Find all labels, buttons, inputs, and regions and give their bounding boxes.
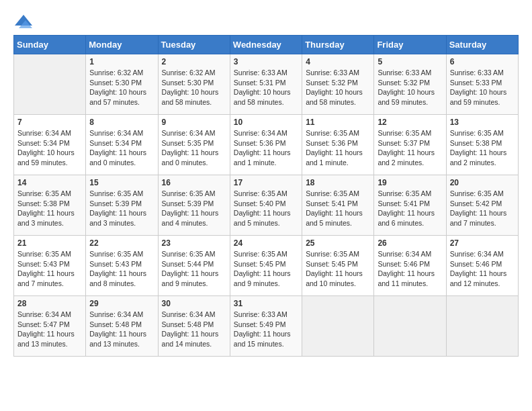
day-info: Sunrise: 6:35 AM Sunset: 5:38 PM Dayligh…	[17, 189, 82, 228]
header-tuesday: Tuesday	[158, 36, 230, 54]
day-cell: 7Sunrise: 6:34 AM Sunset: 5:34 PM Daylig…	[14, 115, 86, 175]
header-friday: Friday	[374, 36, 446, 54]
day-info: Sunrise: 6:34 AM Sunset: 5:48 PM Dayligh…	[162, 310, 226, 349]
week-row-2: 7Sunrise: 6:34 AM Sunset: 5:34 PM Daylig…	[14, 115, 519, 175]
day-cell: 11Sunrise: 6:35 AM Sunset: 5:36 PM Dayli…	[302, 115, 374, 175]
day-cell: 8Sunrise: 6:34 AM Sunset: 5:34 PM Daylig…	[86, 115, 158, 175]
day-cell: 19Sunrise: 6:35 AM Sunset: 5:41 PM Dayli…	[374, 175, 446, 236]
day-info: Sunrise: 6:34 AM Sunset: 5:34 PM Dayligh…	[89, 128, 154, 168]
day-number: 16	[162, 178, 226, 187]
day-number: 11	[306, 118, 370, 127]
day-number: 27	[450, 238, 515, 248]
day-info: Sunrise: 6:34 AM Sunset: 5:35 PM Dayligh…	[162, 128, 226, 168]
week-row-4: 21Sunrise: 6:35 AM Sunset: 5:43 PM Dayli…	[14, 236, 519, 296]
day-cell	[302, 296, 374, 357]
day-number: 13	[450, 118, 515, 127]
header-wednesday: Wednesday	[230, 36, 302, 54]
day-number: 31	[234, 299, 298, 308]
week-row-3: 14Sunrise: 6:35 AM Sunset: 5:38 PM Dayli…	[14, 175, 519, 236]
day-info: Sunrise: 6:34 AM Sunset: 5:36 PM Dayligh…	[234, 128, 298, 168]
day-cell: 2Sunrise: 6:32 AM Sunset: 5:30 PM Daylig…	[158, 54, 230, 115]
day-number: 19	[378, 178, 442, 187]
day-number: 7	[17, 118, 82, 127]
day-number: 6	[450, 57, 515, 66]
logo-icon	[13, 13, 34, 30]
day-cell: 29Sunrise: 6:34 AM Sunset: 5:48 PM Dayli…	[86, 296, 158, 357]
day-info: Sunrise: 6:35 AM Sunset: 5:42 PM Dayligh…	[450, 189, 515, 228]
day-info: Sunrise: 6:35 AM Sunset: 5:45 PM Dayligh…	[234, 249, 298, 289]
header	[13, 13, 519, 30]
day-cell: 25Sunrise: 6:35 AM Sunset: 5:45 PM Dayli…	[302, 236, 374, 296]
day-info: Sunrise: 6:35 AM Sunset: 5:45 PM Dayligh…	[306, 249, 370, 289]
day-number: 5	[378, 57, 442, 66]
day-number: 17	[234, 178, 298, 187]
calendar-header: SundayMondayTuesdayWednesdayThursdayFrid…	[14, 36, 519, 54]
day-cell: 16Sunrise: 6:35 AM Sunset: 5:39 PM Dayli…	[158, 175, 230, 236]
day-number: 30	[162, 299, 226, 308]
day-info: Sunrise: 6:33 AM Sunset: 5:32 PM Dayligh…	[306, 68, 370, 107]
day-number: 22	[89, 238, 154, 248]
day-cell: 26Sunrise: 6:34 AM Sunset: 5:46 PM Dayli…	[374, 236, 446, 296]
day-cell: 24Sunrise: 6:35 AM Sunset: 5:45 PM Dayli…	[230, 236, 302, 296]
day-cell: 4Sunrise: 6:33 AM Sunset: 5:32 PM Daylig…	[302, 54, 374, 115]
day-number: 21	[17, 238, 82, 248]
day-number: 23	[162, 238, 226, 248]
day-number: 24	[234, 238, 298, 248]
day-number: 9	[162, 118, 226, 127]
day-cell: 23Sunrise: 6:35 AM Sunset: 5:44 PM Dayli…	[158, 236, 230, 296]
day-number: 2	[162, 57, 226, 66]
week-row-1: 1Sunrise: 6:32 AM Sunset: 5:30 PM Daylig…	[14, 54, 519, 115]
day-cell: 9Sunrise: 6:34 AM Sunset: 5:35 PM Daylig…	[158, 115, 230, 175]
day-cell: 12Sunrise: 6:35 AM Sunset: 5:37 PM Dayli…	[374, 115, 446, 175]
day-cell: 3Sunrise: 6:33 AM Sunset: 5:31 PM Daylig…	[230, 54, 302, 115]
day-info: Sunrise: 6:33 AM Sunset: 5:32 PM Dayligh…	[378, 68, 442, 107]
day-cell: 31Sunrise: 6:33 AM Sunset: 5:49 PM Dayli…	[230, 296, 302, 357]
day-info: Sunrise: 6:35 AM Sunset: 5:36 PM Dayligh…	[306, 128, 370, 168]
day-number: 18	[306, 178, 370, 187]
day-info: Sunrise: 6:35 AM Sunset: 5:40 PM Dayligh…	[234, 189, 298, 228]
day-cell: 21Sunrise: 6:35 AM Sunset: 5:43 PM Dayli…	[14, 236, 86, 296]
day-info: Sunrise: 6:34 AM Sunset: 5:34 PM Dayligh…	[17, 128, 82, 168]
day-cell: 20Sunrise: 6:35 AM Sunset: 5:42 PM Dayli…	[446, 175, 518, 236]
day-cell	[14, 54, 86, 115]
day-number: 14	[17, 178, 82, 187]
day-number: 15	[89, 178, 154, 187]
day-info: Sunrise: 6:32 AM Sunset: 5:30 PM Dayligh…	[89, 68, 154, 107]
day-cell: 18Sunrise: 6:35 AM Sunset: 5:41 PM Dayli…	[302, 175, 374, 236]
day-number: 28	[17, 299, 82, 308]
day-cell: 10Sunrise: 6:34 AM Sunset: 5:36 PM Dayli…	[230, 115, 302, 175]
week-row-5: 28Sunrise: 6:34 AM Sunset: 5:47 PM Dayli…	[14, 296, 519, 357]
day-info: Sunrise: 6:34 AM Sunset: 5:46 PM Dayligh…	[378, 249, 442, 289]
header-saturday: Saturday	[446, 36, 518, 54]
day-info: Sunrise: 6:35 AM Sunset: 5:41 PM Dayligh…	[378, 189, 442, 228]
day-info: Sunrise: 6:35 AM Sunset: 5:44 PM Dayligh…	[162, 249, 226, 289]
day-number: 4	[306, 57, 370, 66]
day-number: 12	[378, 118, 442, 127]
day-info: Sunrise: 6:35 AM Sunset: 5:38 PM Dayligh…	[450, 128, 515, 168]
calendar-table: SundayMondayTuesdayWednesdayThursdayFrid…	[13, 35, 519, 357]
day-number: 20	[450, 178, 515, 187]
day-info: Sunrise: 6:34 AM Sunset: 5:47 PM Dayligh…	[17, 310, 82, 349]
day-cell: 17Sunrise: 6:35 AM Sunset: 5:40 PM Dayli…	[230, 175, 302, 236]
day-cell: 27Sunrise: 6:34 AM Sunset: 5:46 PM Dayli…	[446, 236, 518, 296]
day-info: Sunrise: 6:35 AM Sunset: 5:39 PM Dayligh…	[89, 189, 154, 228]
calendar-body: 1Sunrise: 6:32 AM Sunset: 5:30 PM Daylig…	[14, 54, 519, 357]
day-info: Sunrise: 6:35 AM Sunset: 5:43 PM Dayligh…	[89, 249, 154, 289]
day-info: Sunrise: 6:34 AM Sunset: 5:48 PM Dayligh…	[89, 310, 154, 349]
header-row: SundayMondayTuesdayWednesdayThursdayFrid…	[14, 36, 519, 54]
day-info: Sunrise: 6:33 AM Sunset: 5:31 PM Dayligh…	[234, 68, 298, 107]
header-thursday: Thursday	[302, 36, 374, 54]
day-info: Sunrise: 6:35 AM Sunset: 5:43 PM Dayligh…	[17, 249, 82, 289]
day-cell: 30Sunrise: 6:34 AM Sunset: 5:48 PM Dayli…	[158, 296, 230, 357]
day-info: Sunrise: 6:33 AM Sunset: 5:49 PM Dayligh…	[234, 310, 298, 349]
day-cell: 22Sunrise: 6:35 AM Sunset: 5:43 PM Dayli…	[86, 236, 158, 296]
day-cell: 13Sunrise: 6:35 AM Sunset: 5:38 PM Dayli…	[446, 115, 518, 175]
day-info: Sunrise: 6:33 AM Sunset: 5:33 PM Dayligh…	[450, 68, 515, 107]
day-cell: 5Sunrise: 6:33 AM Sunset: 5:32 PM Daylig…	[374, 54, 446, 115]
day-cell: 1Sunrise: 6:32 AM Sunset: 5:30 PM Daylig…	[86, 54, 158, 115]
day-number: 1	[89, 57, 154, 66]
header-sunday: Sunday	[14, 36, 86, 54]
day-number: 10	[234, 118, 298, 127]
day-info: Sunrise: 6:34 AM Sunset: 5:46 PM Dayligh…	[450, 249, 515, 289]
day-cell: 6Sunrise: 6:33 AM Sunset: 5:33 PM Daylig…	[446, 54, 518, 115]
